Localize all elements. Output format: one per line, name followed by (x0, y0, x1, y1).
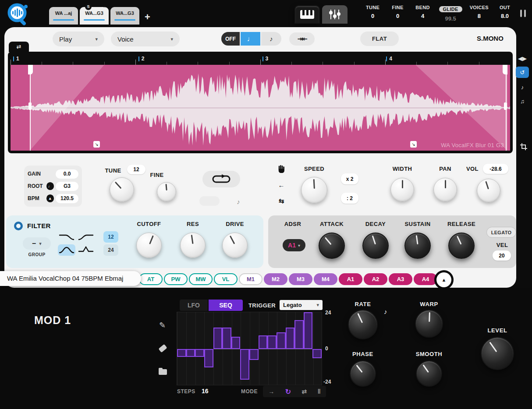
fade-out-handle[interactable]: ↘ (410, 141, 417, 148)
trigger-dropdown[interactable]: Legato ▾ (280, 300, 323, 310)
expand-horizontal-icon[interactable]: ◀▶ (516, 53, 529, 64)
mod-source-a4[interactable]: A4 (414, 273, 437, 285)
sum-mono-button[interactable]: S.MONO (477, 35, 504, 42)
width-knob[interactable] (390, 178, 414, 201)
tune-readout[interactable]: TUNE 0 (364, 5, 382, 22)
seq-step-11[interactable] (267, 335, 277, 349)
mod-source-m3[interactable]: M3 (289, 273, 312, 285)
adsr-slot-dropdown[interactable]: A1 ▾ (283, 239, 305, 251)
quarter-note-sync-button[interactable]: ♩ (241, 32, 261, 46)
seq-step-2[interactable] (186, 349, 195, 357)
mod-source-a1[interactable]: A1 (339, 273, 362, 285)
filter-group-dropdown[interactable]: – ▾ (23, 237, 51, 250)
rate-sync-note-icon[interactable]: ♪ (384, 308, 387, 315)
lowpass-button[interactable] (58, 231, 75, 243)
phase-knob[interactable] (350, 360, 376, 387)
glide-readout[interactable]: GLIDE 99.5 (439, 5, 462, 22)
loop-play-mode-button[interactable] (202, 171, 240, 187)
rate-knob[interactable] (348, 310, 378, 339)
chop-tool-icon[interactable]: ♫ (516, 95, 529, 107)
sustain-knob[interactable] (404, 233, 431, 259)
sync-off-button[interactable]: OFF (221, 32, 241, 46)
pencil-tool-icon[interactable]: ✎ (159, 321, 166, 330)
mode-loop-icon[interactable]: ↻ (285, 388, 291, 396)
bpm-value[interactable]: 120.5 (56, 194, 78, 203)
slope-12db-button[interactable]: 12 (103, 231, 118, 243)
vol-value[interactable]: -28.6 (483, 164, 508, 174)
bend-readout[interactable]: BEND 4 (414, 5, 432, 22)
root-note-value[interactable]: G3 (56, 182, 78, 191)
filter-enable-toggle[interactable] (14, 222, 23, 230)
warp-tool-icon[interactable]: ↺ (516, 67, 529, 78)
seq-step-7[interactable] (231, 337, 241, 349)
mod-source-a2[interactable]: A2 (364, 273, 387, 285)
tab-seq[interactable]: SEQ (209, 300, 243, 311)
tune-knob[interactable] (110, 177, 134, 202)
seq-step-13[interactable] (286, 328, 295, 349)
collapse-panel-button[interactable]: ▲ (436, 272, 451, 287)
level-knob[interactable] (481, 337, 514, 370)
play-mode-dropdown[interactable]: Play ▾ (53, 32, 104, 46)
sample-tab-2[interactable]: S ✕ WA...G3 (80, 7, 109, 25)
mode-forward-icon[interactable]: → (268, 388, 274, 395)
close-icon[interactable]: ✕ (103, 4, 106, 9)
eighth-note-sync-button[interactable]: ♪ (261, 32, 281, 46)
sample-tab-1[interactable]: WA ...aj (49, 7, 78, 25)
release-knob[interactable] (448, 233, 475, 259)
attack-knob[interactable] (319, 233, 345, 259)
voice-mode-dropdown[interactable]: Voice ▾ (111, 32, 180, 46)
drive-knob[interactable] (222, 233, 248, 258)
folder-presets-icon[interactable] (159, 369, 167, 375)
seq-step-4[interactable] (204, 349, 213, 367)
vol-knob[interactable] (477, 179, 500, 202)
keyboard-view-button[interactable] (294, 5, 320, 24)
bandpass-button[interactable] (58, 244, 75, 256)
seq-step-3[interactable] (195, 349, 204, 357)
shuffle-icon[interactable]: ⇆ (277, 197, 286, 205)
loop-mode-tab[interactable]: ⇄ (9, 42, 29, 52)
loop-xfade-field[interactable] (199, 196, 220, 206)
gain-value[interactable]: 0.0 (56, 169, 78, 179)
speed-half-button[interactable]: : 2 (341, 193, 358, 204)
fade-in-handle[interactable]: ↘ (93, 141, 100, 148)
vel-value[interactable]: 20 (493, 250, 511, 261)
waveform-display[interactable]: ↘ ↘ WA VocalFX Blur 01 G3 (11, 65, 510, 151)
notch-button[interactable] (77, 244, 95, 256)
voices-readout[interactable]: VOICES 8 (470, 5, 489, 22)
pan-knob[interactable] (433, 178, 457, 201)
warp-knob[interactable] (415, 310, 443, 338)
seq-step-5[interactable] (213, 328, 223, 349)
speed-knob[interactable] (301, 177, 327, 203)
mod-source-m4[interactable]: M4 (314, 273, 337, 285)
snap-to-selection-button[interactable]: ⇥⇤ (289, 32, 315, 46)
speed-double-button[interactable]: x 2 (341, 173, 358, 184)
add-tab-button[interactable]: + (145, 12, 150, 22)
legato-button[interactable]: LEGATO (486, 227, 516, 238)
start-marker-flag[interactable] (28, 65, 33, 74)
seq-step-1[interactable] (177, 349, 186, 357)
tune-value[interactable]: 12 (127, 165, 145, 174)
reverse-arrow-icon[interactable]: ← (277, 181, 286, 189)
crop-icon[interactable] (517, 141, 530, 152)
cutoff-knob[interactable] (136, 233, 162, 258)
mod-source-pw[interactable]: PW (164, 273, 188, 285)
mod-source-vl[interactable]: VL (214, 273, 238, 285)
pause-icon[interactable] (520, 10, 526, 17)
seq-step-14[interactable] (294, 320, 304, 349)
pitch-tool-icon[interactable]: ♪ (516, 81, 529, 93)
steps-value[interactable]: 16 (202, 388, 209, 395)
mod-source-m1[interactable]: M1 (239, 273, 262, 285)
highpass-button[interactable] (77, 231, 95, 243)
seq-step-12[interactable] (277, 332, 286, 349)
mod-source-at[interactable]: AT (139, 273, 163, 285)
mod-source-a3[interactable]: A3 (389, 273, 412, 285)
out-readout[interactable]: OUT 8.0 (496, 5, 514, 22)
sample-tab-3[interactable]: WA...G3 (110, 7, 139, 25)
mod-source-mw[interactable]: MW (189, 273, 213, 285)
seq-step-8[interactable] (240, 349, 249, 380)
seq-step-10[interactable] (259, 335, 268, 349)
seq-step-15[interactable] (304, 312, 313, 349)
tab-lfo[interactable]: LFO (180, 300, 208, 311)
start-marker-grip[interactable] (28, 102, 32, 110)
mixer-view-button[interactable] (322, 5, 348, 24)
